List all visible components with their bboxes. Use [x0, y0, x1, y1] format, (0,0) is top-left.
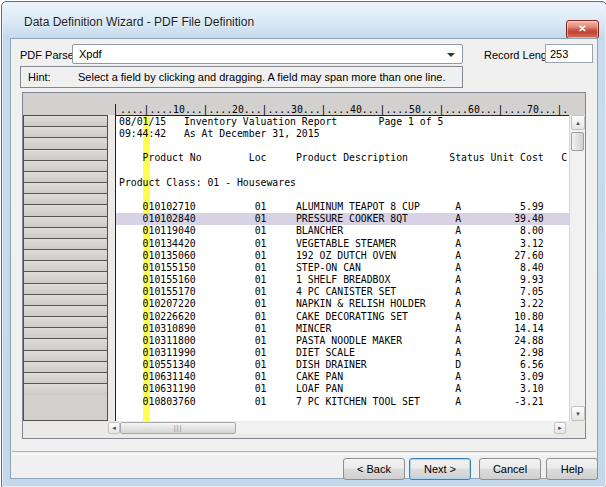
- report-line[interactable]: 010310890 01 MINCER A 14.14: [119, 323, 569, 335]
- vertical-scrollbar[interactable]: ▲ ▼: [569, 115, 585, 421]
- report-line[interactable]: 010155170 01 4 PC CANISTER SET A 7.05: [119, 286, 569, 298]
- data-definition-wizard-dialog: Data Definition Wizard - PDF File Defini…: [1, 1, 606, 487]
- row-header-cell[interactable]: [24, 339, 107, 350]
- report-line[interactable]: 010135060 01 192 OZ DUTCH OVEN A 27.60: [119, 250, 569, 262]
- row-header-cell[interactable]: [24, 205, 107, 216]
- row-header-cell[interactable]: [24, 183, 107, 194]
- row-header-cell[interactable]: [24, 295, 107, 306]
- row-header-cell[interactable]: [24, 306, 107, 317]
- row-header-cell[interactable]: [24, 161, 107, 172]
- vertical-scrollbar-thumb[interactable]: [571, 132, 584, 151]
- horizontal-scrollbar[interactable]: ◄ ||| ►: [108, 422, 566, 434]
- cancel-button[interactable]: Cancel: [479, 458, 541, 480]
- row-header-cell[interactable]: [24, 172, 107, 183]
- row-header-cell[interactable]: [24, 116, 107, 127]
- row-header-cell[interactable]: [24, 373, 107, 384]
- report-line[interactable]: 010631190 01 LOAF PAN A 3.10: [119, 383, 569, 395]
- report-lines: 08/01/15 Inventory Valuation Report Page…: [116, 116, 569, 408]
- hint-text: Select a field by clicking and dragging.…: [78, 71, 446, 83]
- report-line[interactable]: 010551340 01 DISH DRAINER D 6.56: [119, 359, 569, 371]
- hint-label: Hint:: [28, 71, 51, 83]
- hint-box: Hint: Select a field by clicking and dra…: [20, 66, 463, 88]
- scroll-right-icon[interactable]: ►: [554, 422, 566, 434]
- report-line[interactable]: 010102710 01 ALUMINUM TEAPOT 8 CUP A 5.9…: [119, 201, 569, 213]
- chevron-down-icon: [447, 53, 455, 57]
- row-header-cell[interactable]: [24, 351, 107, 362]
- button-separator: [12, 451, 596, 455]
- row-header-cell[interactable]: [24, 150, 107, 161]
- report-line[interactable]: 010155150 01 STEP-ON CAN A 8.40: [119, 262, 569, 274]
- report-line[interactable]: 010207220 01 NAPKIN & RELISH HOLDER A 3.…: [119, 298, 569, 310]
- report-line[interactable]: 010311800 01 PASTA NOODLE MAKER A 24.88: [119, 335, 569, 347]
- row-header-cell[interactable]: [24, 328, 107, 339]
- report-line[interactable]: 010134420 01 VEGETABLE STEAMER A 3.12: [119, 238, 569, 250]
- scroll-down-icon[interactable]: ▼: [571, 406, 585, 421]
- help-button[interactable]: Help: [546, 458, 598, 480]
- row-header-cell[interactable]: [24, 284, 107, 295]
- row-header-cell[interactable]: [24, 362, 107, 373]
- back-button[interactable]: < Back: [343, 458, 405, 480]
- row-header-cell[interactable]: [24, 138, 107, 149]
- report-line[interactable]: Product No Loc Product Description Statu…: [119, 152, 569, 164]
- window-title: Data Definition Wizard - PDF File Defini…: [24, 15, 254, 29]
- report-line[interactable]: [119, 165, 569, 177]
- row-header-cell[interactable]: [24, 250, 107, 261]
- row-header-cell[interactable]: [24, 272, 107, 283]
- report-line[interactable]: 010803760 01 7 PC KITCHEN TOOL SET A -3.…: [119, 396, 569, 408]
- report-line[interactable]: 010226620 01 CAKE DECORATING SET A 10.80: [119, 311, 569, 323]
- scroll-up-icon[interactable]: ▲: [571, 115, 585, 130]
- report-line[interactable]: 010631140 01 CAKE PAN A 3.09: [119, 371, 569, 383]
- pdf-parser-label: PDF Parser: [20, 49, 77, 61]
- row-header-cell[interactable]: [24, 239, 107, 250]
- close-icon: ✕: [578, 23, 586, 34]
- report-line[interactable]: 010311990 01 DIET SCALE A 2.98: [119, 347, 569, 359]
- pdf-parser-combobox[interactable]: Xpdf: [72, 44, 463, 64]
- pdf-parser-value: Xpdf: [79, 48, 102, 60]
- report-line[interactable]: [119, 189, 569, 201]
- next-button[interactable]: Next >: [409, 458, 471, 480]
- horizontal-scrollbar-thumb[interactable]: |||: [120, 422, 236, 434]
- close-button[interactable]: ✕: [566, 20, 599, 39]
- report-line[interactable]: Product Class: 01 - Housewares: [119, 177, 569, 189]
- pdf-preview-panel: ....|....10...|....20...|....30...|....4…: [22, 92, 586, 439]
- record-length-input[interactable]: [545, 44, 593, 63]
- row-header-cell[interactable]: [24, 217, 107, 228]
- row-header-column: [23, 115, 108, 421]
- row-header-cell[interactable]: [24, 127, 107, 138]
- row-header-cell[interactable]: [24, 228, 107, 239]
- report-line[interactable]: 09:44:42 As At December 31, 2015: [119, 128, 569, 140]
- report-line[interactable]: [119, 140, 569, 152]
- column-ruler: ....|....10...|....20...|....30...|....4…: [115, 104, 569, 115]
- title-bar[interactable]: Data Definition Wizard - PDF File Defini…: [2, 2, 606, 38]
- row-header-cell[interactable]: [24, 261, 107, 272]
- report-line-selected[interactable]: 010102840 01 PRESSURE COOKER 8QT A 39.40: [119, 213, 569, 225]
- row-header-cell[interactable]: [24, 384, 107, 395]
- row-header-cell[interactable]: [24, 317, 107, 328]
- report-line[interactable]: 010119040 01 BLANCHER A 8.00: [119, 225, 569, 237]
- scroll-left-icon[interactable]: ◄: [108, 422, 120, 434]
- report-content-grid[interactable]: 08/01/15 Inventory Valuation Report Page…: [115, 115, 569, 421]
- report-line[interactable]: 08/01/15 Inventory Valuation Report Page…: [119, 116, 569, 128]
- row-header-cell[interactable]: [24, 194, 107, 205]
- report-line[interactable]: 010155160 01 1 SHELF BREADBOX A 9.93: [119, 274, 569, 286]
